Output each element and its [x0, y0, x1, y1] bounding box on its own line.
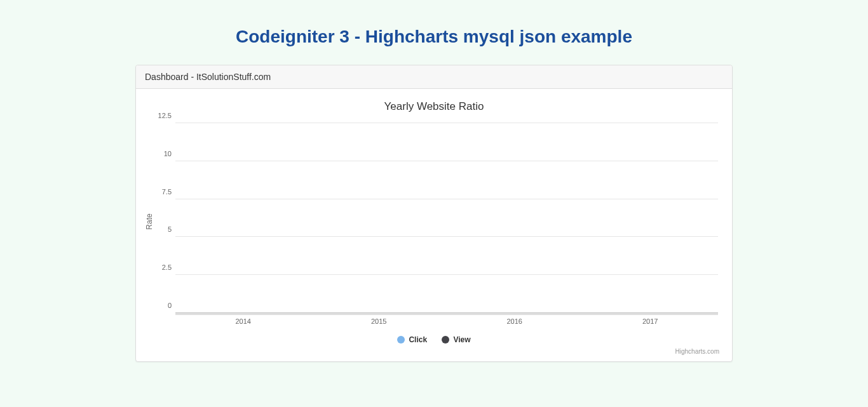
y-tick-label: 5: [153, 225, 172, 233]
bar-groups: 2014201520162017: [175, 123, 718, 313]
highcharts-credit-link[interactable]: Highcharts.com: [675, 348, 719, 355]
legend-item-view[interactable]: View: [442, 335, 470, 344]
chart-plot-area: Rate 02.557.51012.52014201520162017: [175, 117, 718, 326]
legend-label: Click: [409, 335, 427, 344]
x-tick-label: 2015: [311, 314, 447, 326]
x-tick-label: 2016: [447, 314, 583, 326]
y-tick-label: 0: [153, 302, 172, 309]
chart-title: Yearly Website Ratio: [142, 100, 726, 113]
x-tick-label: 2014: [175, 314, 311, 326]
y-tick-label: 7.5: [153, 188, 172, 196]
y-tick-label: 10: [153, 150, 172, 157]
legend-item-click[interactable]: Click: [397, 335, 427, 344]
y-tick-label: 2.5: [153, 264, 172, 271]
legend-marker-icon: [442, 336, 449, 344]
chart-legend: Click View: [142, 335, 726, 345]
panel-header: Dashboard - ItSolutionStuff.com: [136, 65, 732, 89]
page-title: Codeigniter 3 - Highcharts mysql json ex…: [0, 27, 868, 47]
chart-credits: Highcharts.com: [142, 348, 726, 359]
chart-container: Yearly Website Ratio Rate 02.557.51012.5…: [136, 89, 732, 361]
dashboard-panel: Dashboard - ItSolutionStuff.com Yearly W…: [135, 65, 733, 362]
x-tick-label: 2017: [583, 314, 719, 326]
legend-marker-icon: [397, 336, 405, 344]
legend-label: View: [453, 335, 470, 344]
y-tick-label: 12.5: [153, 112, 172, 119]
